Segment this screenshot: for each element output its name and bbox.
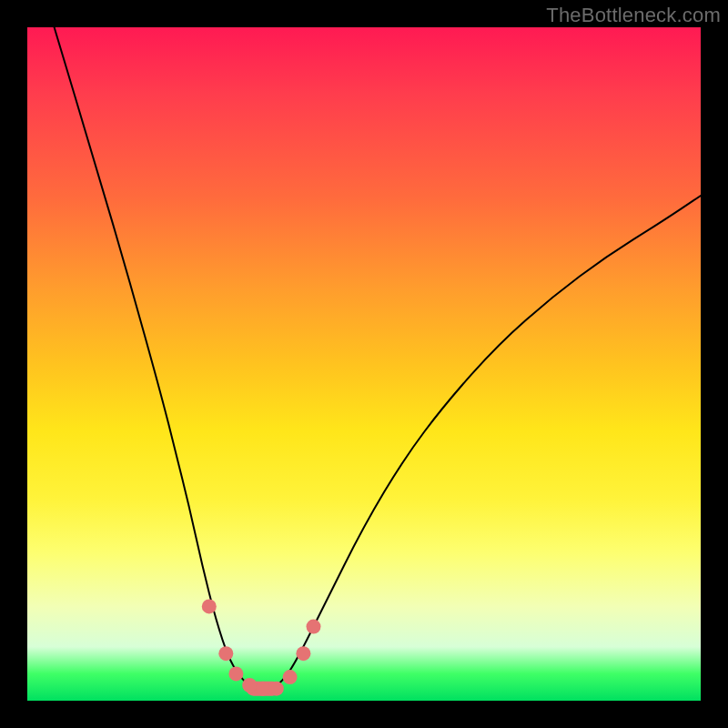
data-marker bbox=[307, 620, 321, 634]
data-marker bbox=[256, 682, 270, 696]
chart-frame: TheBottleneck.com bbox=[0, 0, 728, 728]
data-marker bbox=[283, 670, 298, 684]
data-marker bbox=[202, 599, 217, 613]
data-marker bbox=[296, 646, 310, 661]
data-marker bbox=[228, 666, 243, 681]
plot-area bbox=[27, 27, 701, 701]
data-marker bbox=[269, 682, 284, 696]
data-marker bbox=[242, 678, 257, 693]
data-marker bbox=[218, 646, 233, 661]
bottleneck-curve bbox=[55, 27, 701, 691]
curve-svg bbox=[27, 27, 701, 701]
watermark-text: TheBottleneck.com bbox=[546, 4, 721, 27]
